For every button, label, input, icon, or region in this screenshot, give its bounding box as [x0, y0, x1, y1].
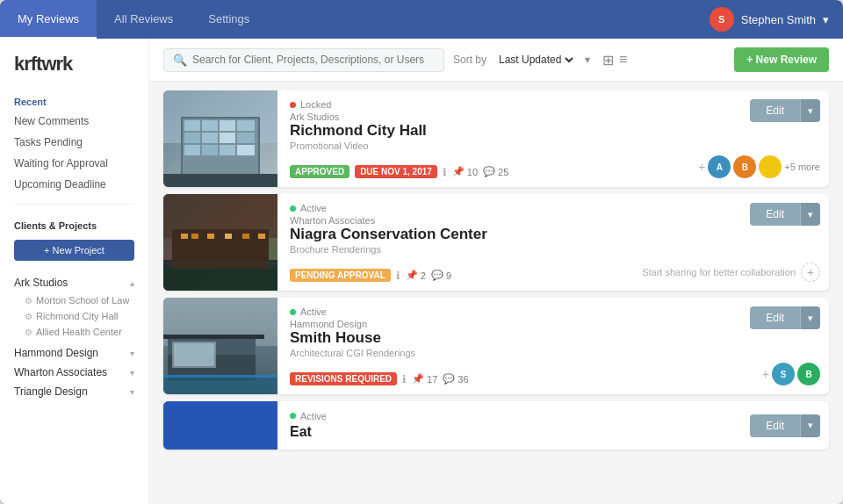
svg-rect-37	[163, 375, 277, 378]
svg-rect-13	[202, 145, 218, 155]
svg-rect-8	[184, 133, 200, 143]
sidebar-client-ark[interactable]: Ark Studios ▴	[0, 273, 148, 292]
review-status: Active	[290, 306, 720, 317]
reviews-list: Locked Ark Studios Richmond City Hall Pr…	[149, 82, 843, 504]
review-description: Architectural CGI Renderings	[290, 348, 720, 358]
pin-icon: 📌	[412, 373, 424, 385]
pin-count: 📌 10	[452, 166, 478, 177]
review-body: Active Hammond Design Smith House Archit…	[277, 298, 732, 394]
avatar: B	[797, 363, 820, 385]
edit-dropdown-button[interactable]: ▾	[800, 99, 820, 122]
sidebar-item-new-comments[interactable]: New Comments	[0, 111, 148, 132]
review-actions: Edit ▾	[732, 401, 829, 450]
avatar: S	[772, 363, 795, 385]
status-dot	[290, 205, 296, 212]
search-input[interactable]	[192, 54, 435, 66]
tab-all-reviews[interactable]: All Reviews	[97, 0, 191, 39]
info-icon: ℹ	[402, 373, 407, 385]
review-title: Smith House	[290, 329, 720, 347]
svg-rect-38	[163, 335, 264, 339]
sidebar-item-tasks-pending[interactable]: Tasks Pending	[0, 132, 148, 153]
sidebar-item-waiting-approval[interactable]: Waiting for Approval	[0, 153, 148, 174]
review-thumbnail	[163, 401, 277, 450]
sidebar-client-hammond[interactable]: Hammond Design ▾	[0, 343, 148, 363]
content-area: 🔍 Sort by Last Updated Name Date Created…	[149, 39, 843, 504]
svg-rect-16	[163, 174, 277, 187]
tab-my-reviews[interactable]: My Reviews	[0, 0, 97, 39]
sidebar-item-richmond[interactable]: ⚙ Richmond City Hall	[0, 308, 148, 324]
svg-rect-10	[220, 133, 235, 143]
add-user-icon[interactable]: +	[762, 367, 769, 381]
user-menu[interactable]: S Stephen Smith ▾	[710, 7, 843, 32]
review-card: Active Wharton Associates Niagra Conserv…	[163, 194, 829, 291]
review-meta: PENDING APPROVAL ℹ 📌 2 💬 9	[290, 269, 621, 282]
sidebar-client-wharton[interactable]: Wharton Associates ▾	[0, 363, 148, 382]
info-icon: ℹ	[396, 270, 400, 282]
svg-rect-36	[163, 375, 277, 394]
new-project-button[interactable]: + New Project	[14, 240, 134, 261]
edit-button-group: Edit ▾	[750, 306, 820, 329]
edit-dropdown-button[interactable]: ▾	[800, 306, 820, 329]
comment-icon: 💬	[483, 166, 495, 177]
chevron-down-icon: ▾	[823, 13, 829, 26]
svg-rect-15	[237, 145, 255, 155]
sidebar-item-allied[interactable]: ⚙ Allied Health Center	[0, 324, 148, 340]
top-navigation: My Reviews All Reviews Settings S Stephe…	[0, 0, 843, 39]
review-description: Brochure Renderings	[290, 244, 621, 255]
gear-icon: ⚙	[25, 328, 32, 337]
svg-rect-23	[207, 234, 214, 239]
edit-button[interactable]: Edit	[750, 306, 800, 329]
review-client: Ark Studios	[290, 112, 677, 122]
svg-rect-6	[220, 120, 235, 131]
edit-button[interactable]: Edit	[750, 203, 800, 226]
tab-settings[interactable]: Settings	[191, 0, 267, 39]
sort-select[interactable]: Last Updated Name Date Created	[495, 53, 576, 67]
review-actions: Edit ▾ + A B +5 more	[689, 90, 829, 187]
chevron-down-icon: ▾	[585, 54, 590, 66]
badge-revisions: REVISIONS REQUIRED	[290, 372, 397, 385]
edit-dropdown-button[interactable]: ▾	[800, 414, 820, 437]
comment-count: 💬 36	[443, 373, 468, 385]
review-title: Richmond City Hall	[290, 122, 677, 140]
svg-rect-5	[202, 120, 218, 131]
add-user-icon[interactable]: +	[698, 160, 705, 174]
svg-rect-14	[220, 145, 235, 155]
grid-view-icon[interactable]: ⊞	[602, 52, 614, 68]
status-dot	[290, 413, 296, 419]
add-user-icon[interactable]: +	[801, 263, 820, 282]
svg-rect-40	[163, 401, 277, 450]
review-card: Active Hammond Design Smith House Archit…	[163, 298, 829, 394]
review-status: Locked	[290, 99, 677, 110]
sidebar-item-morton[interactable]: ⚙ Morton School of Law	[0, 292, 148, 308]
search-box[interactable]: 🔍	[163, 48, 444, 72]
review-body: Active Wharton Associates Niagra Conserv…	[277, 194, 633, 291]
new-review-button[interactable]: + New Review	[734, 47, 829, 72]
pin-icon: 📌	[406, 270, 418, 281]
svg-rect-26	[258, 234, 265, 239]
sidebar-client-triangle[interactable]: Triangle Design ▾	[0, 382, 148, 401]
edit-button[interactable]: Edit	[750, 414, 800, 437]
badge-approved: APPROVED	[290, 165, 349, 178]
list-view-icon[interactable]: ≡	[619, 52, 627, 68]
avatar	[759, 155, 782, 178]
sidebar: krftwrk Recent New Comments Tasks Pendin…	[0, 39, 149, 504]
svg-rect-7	[237, 120, 255, 131]
info-icon: ℹ	[443, 166, 447, 178]
app-window: My Reviews All Reviews Settings S Stephe…	[0, 0, 843, 504]
review-actions: Edit ▾ Start sharing for better collabor…	[633, 194, 829, 291]
status-dot	[290, 102, 296, 108]
avatar: B	[733, 155, 756, 178]
review-client: Hammond Design	[290, 319, 720, 329]
sidebar-recent-label: Recent	[0, 90, 148, 111]
pin-count: 📌 2	[406, 270, 426, 281]
sidebar-item-upcoming-deadline[interactable]: Upcoming Deadline	[0, 174, 148, 195]
app-logo: krftwrk	[0, 53, 148, 90]
avatar: S	[710, 7, 734, 32]
review-meta: REVISIONS REQUIRED ℹ 📌 17 💬 36	[290, 372, 720, 385]
edit-dropdown-button[interactable]: ▾	[800, 203, 820, 226]
chevron-down-icon: ▾	[130, 349, 134, 358]
edit-button[interactable]: Edit	[750, 99, 800, 122]
search-icon: 🔍	[173, 54, 187, 67]
svg-rect-24	[225, 234, 232, 239]
review-description: Promotional Video	[290, 140, 677, 151]
